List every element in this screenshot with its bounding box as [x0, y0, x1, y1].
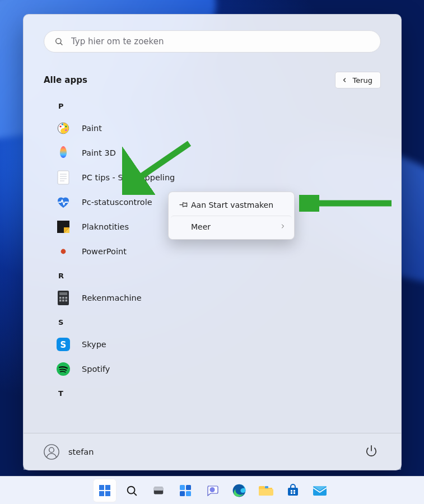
windows-icon [98, 484, 111, 497]
start-menu: Alle apps Terug P [23, 14, 402, 470]
svg-rect-47 [291, 490, 292, 492]
taskbar-taskview-button[interactable] [147, 479, 170, 502]
svg-rect-16 [59, 297, 62, 299]
svg-rect-31 [105, 485, 110, 490]
svg-rect-17 [62, 297, 64, 299]
svg-rect-19 [59, 300, 62, 302]
paint3d-icon [55, 144, 72, 161]
taskbar-explorer-button[interactable] [254, 479, 278, 502]
svg-point-42 [209, 487, 215, 492]
app-label: Skype [82, 340, 106, 349]
context-item-label: Aan Start vastmaken [191, 200, 286, 209]
svg-rect-33 [105, 491, 110, 496]
app-skype[interactable]: S Skype [50, 332, 381, 357]
svg-rect-39 [186, 485, 191, 490]
svg-rect-50 [293, 492, 295, 494]
app-label: Spotify [82, 365, 110, 374]
svg-rect-41 [186, 491, 191, 496]
back-button[interactable]: Terug [335, 72, 381, 88]
spotify-icon [55, 361, 72, 377]
svg-point-4 [62, 123, 63, 125]
svg-rect-37 [153, 487, 163, 490]
svg-line-1 [60, 43, 62, 45]
app-pctips[interactable]: PC tips - Snelkoppeling [50, 165, 381, 190]
svg-rect-45 [265, 486, 268, 488]
document-icon [55, 169, 72, 186]
svg-rect-40 [180, 491, 185, 496]
context-item-label: Meer [191, 222, 279, 231]
taskbar-start-button[interactable] [93, 479, 117, 502]
context-item-pin-to-start[interactable]: Aan Start vastmaken [171, 194, 292, 216]
svg-rect-32 [99, 491, 104, 496]
search-icon [54, 37, 63, 46]
svg-rect-15 [59, 292, 67, 295]
svg-point-26 [49, 447, 54, 452]
chevron-right-icon [279, 222, 286, 231]
svg-rect-48 [293, 490, 295, 492]
skype-icon: S [55, 336, 72, 353]
user-name: stefan [68, 447, 94, 456]
svg-rect-30 [99, 485, 104, 490]
user-strip: stefan [24, 433, 401, 470]
svg-rect-49 [291, 492, 292, 494]
svg-point-13 [61, 249, 66, 254]
store-icon [286, 484, 300, 497]
svg-point-3 [60, 125, 62, 127]
svg-text:S: S [60, 340, 67, 350]
app-label: Paint [82, 124, 102, 133]
mail-icon [313, 484, 327, 497]
calculator-icon [55, 290, 72, 306]
powerpoint-icon [55, 243, 72, 260]
taskbar-mail-button[interactable] [308, 479, 332, 502]
letter-header-p[interactable]: P [50, 94, 381, 116]
svg-rect-46 [288, 488, 298, 496]
widgets-icon [179, 484, 192, 497]
taskbar-edge-button[interactable] [227, 479, 251, 502]
app-label: Paint 3D [82, 148, 116, 157]
taskbar-widgets-button[interactable] [174, 479, 197, 502]
app-paint3d[interactable]: Paint 3D [50, 141, 381, 165]
app-rekenmachine[interactable]: Rekenmachine [50, 286, 381, 310]
search-icon [125, 484, 138, 497]
letter-header-s[interactable]: S [50, 310, 381, 332]
folder-icon [259, 484, 273, 497]
svg-rect-44 [259, 489, 273, 496]
svg-rect-20 [62, 300, 64, 302]
svg-point-6 [65, 129, 67, 131]
user-button[interactable]: stefan [44, 444, 94, 460]
taskview-icon [152, 484, 165, 497]
app-label: PC tips - Snelkoppeling [82, 173, 175, 182]
app-paint[interactable]: Paint [50, 116, 381, 141]
pin-icon [176, 200, 191, 209]
taskbar-chat-button[interactable] [201, 479, 224, 502]
app-label: PowerPoint [82, 247, 127, 256]
edge-icon [232, 483, 246, 498]
power-icon [365, 445, 378, 457]
apps-list: P Paint [44, 94, 381, 403]
app-spotify[interactable]: Spotify [50, 357, 381, 381]
search-input[interactable] [71, 36, 370, 46]
search-box[interactable] [44, 30, 381, 53]
svg-rect-38 [180, 485, 185, 490]
back-label: Terug [352, 76, 372, 85]
stickynotes-icon [55, 218, 72, 235]
pc-health-icon [55, 194, 72, 211]
letter-header-r[interactable]: R [50, 264, 381, 286]
user-icon [44, 444, 59, 460]
context-menu: Aan Start vastmaken Meer [168, 192, 295, 240]
app-label: Plaknotities [82, 222, 129, 231]
svg-rect-7 [58, 171, 69, 184]
taskbar-store-button[interactable] [281, 479, 305, 502]
taskbar [0, 476, 424, 504]
context-item-more[interactable]: Meer [171, 216, 292, 237]
power-button[interactable] [362, 441, 381, 463]
taskbar-search-button[interactable] [120, 479, 143, 502]
app-label: Rekenmachine [82, 293, 142, 302]
chevron-left-icon [341, 77, 348, 83]
letter-header-t[interactable]: T [50, 381, 381, 403]
chat-icon [206, 484, 219, 497]
app-powerpoint[interactable]: PowerPoint [50, 239, 381, 264]
svg-line-35 [133, 492, 136, 494]
all-apps-heading: Alle apps [44, 75, 87, 85]
svg-rect-18 [66, 297, 68, 299]
